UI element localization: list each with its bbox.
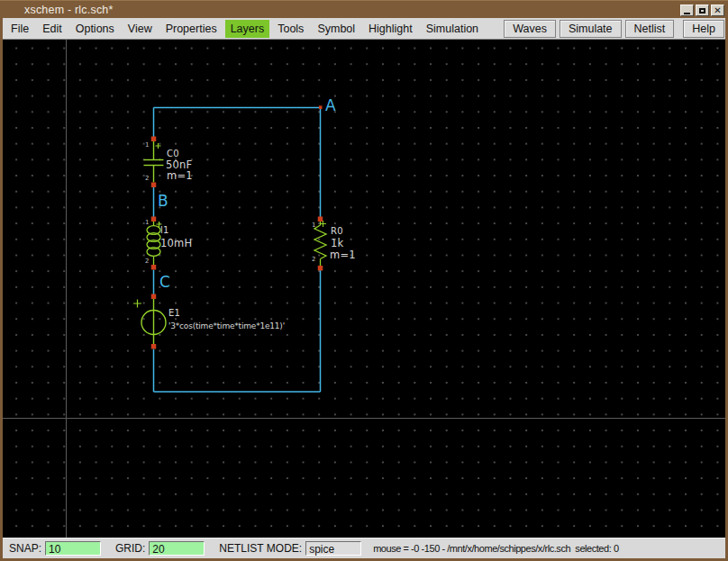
menu-item-file[interactable]: File (5, 20, 34, 38)
maximize-icon (699, 8, 705, 14)
xschem-window: xschem - rlc.sch* ✕ File Edit Options Vi… (0, 0, 728, 561)
netlist-mode-input[interactable]: spice (305, 541, 361, 556)
minimize-icon (684, 13, 690, 14)
plus-icon (156, 143, 161, 149)
help-button[interactable]: Help (683, 20, 724, 38)
grid-label: GRID: (115, 542, 145, 555)
schematic-canvas[interactable]: A B C C0 50nF m=1 1 2 l1 10mH 1 2 E1 '3*… (3, 40, 725, 538)
menu-item-layers[interactable]: Layers (225, 20, 270, 38)
resistor-ref[interactable]: R0 (331, 227, 343, 236)
menu-item-edit[interactable]: Edit (37, 20, 68, 38)
menu-item-symbol[interactable]: Symbol (312, 20, 360, 38)
netlist-mode-label: NETLIST MODE: (219, 542, 302, 555)
maximize-button[interactable] (696, 5, 709, 16)
resistor-pin1-number: 1 (312, 222, 315, 229)
capacitor-pin2-number: 2 (145, 176, 149, 182)
menu-bar: File Edit Options View Properties Layers… (3, 18, 725, 40)
close-icon: ✕ (714, 6, 721, 15)
label-attach-marker (319, 105, 323, 109)
window-title: xschem - rlc.sch* (24, 4, 114, 16)
net-label-b[interactable]: B (158, 194, 168, 209)
minimize-button[interactable] (680, 5, 694, 16)
menu-item-simulation[interactable]: Simulation (421, 20, 484, 38)
inductor-pin1-number: 1 (145, 220, 149, 226)
grid-input[interactable]: 20 (149, 541, 205, 556)
status-bar: SNAP: 10 GRID: 20 NETLIST MODE: spice mo… (3, 538, 725, 558)
resistor-value[interactable]: 1k (331, 239, 343, 249)
menu-item-options[interactable]: Options (70, 20, 120, 38)
net-label-a[interactable]: A (325, 98, 336, 113)
netlist-button[interactable]: Netlist (625, 20, 675, 38)
snap-input[interactable]: 10 (45, 541, 101, 556)
source-value[interactable]: '3*cos(time*time*time*1e11)' (168, 322, 285, 330)
window-controls: ✕ (680, 5, 724, 16)
simulate-button[interactable]: Simulate (560, 20, 622, 38)
menu-item-tools[interactable]: Tools (272, 20, 309, 38)
schematic-drawing (3, 40, 725, 538)
plus-icon (133, 300, 141, 308)
resistor-symbol[interactable] (314, 221, 326, 266)
inductor-pin2-number: 2 (145, 258, 149, 265)
source-ref[interactable]: E1 (168, 309, 180, 318)
mouse-status-text: mouse = -0 -150 - /mnt/x/home/schippes/x… (373, 543, 618, 554)
close-button[interactable]: ✕ (711, 5, 724, 16)
resistor-mult[interactable]: m=1 (330, 250, 356, 261)
capacitor-mult[interactable]: m=1 (167, 171, 193, 182)
source-symbol[interactable] (133, 299, 166, 344)
capacitor-pin1-number: 1 (145, 142, 149, 149)
menu-item-view[interactable]: View (123, 20, 158, 38)
inductor-value[interactable]: 10mH (160, 239, 192, 249)
origin-axes (3, 40, 725, 538)
capacitor-ref[interactable]: C0 (167, 149, 179, 158)
net-label-c[interactable]: C (159, 275, 170, 290)
waves-button[interactable]: Waves (504, 20, 556, 38)
menu-item-properties[interactable]: Properties (160, 20, 223, 38)
inductor-ref[interactable]: l1 (160, 226, 169, 235)
title-bar[interactable]: xschem - rlc.sch* ✕ (0, 0, 728, 19)
snap-label: SNAP: (9, 542, 41, 555)
menu-item-highlight[interactable]: Highlight (363, 20, 418, 38)
resistor-pin2-number: 2 (312, 257, 315, 263)
